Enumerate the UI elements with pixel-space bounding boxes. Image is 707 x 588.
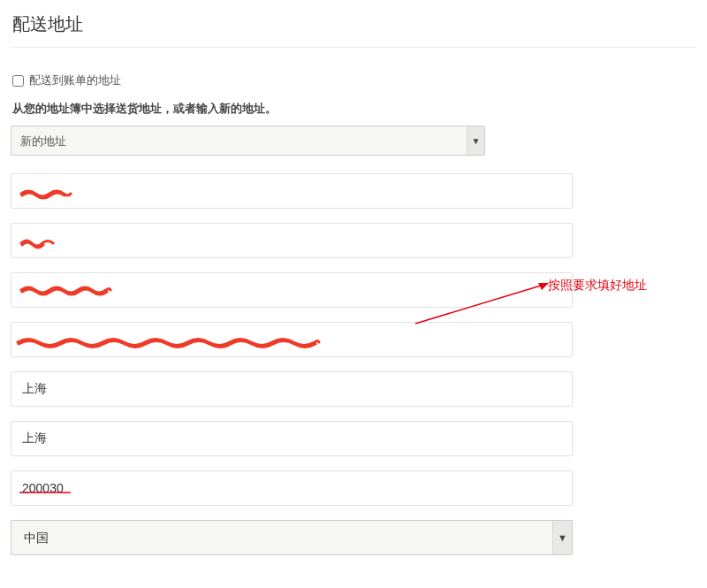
address-book-help-text: 从您的地址簿中选择送货地址，或者输入新的地址。 [11, 101, 696, 117]
street-input[interactable] [11, 322, 573, 357]
ship-to-billing-label: 配送到账单的地址 [29, 73, 121, 88]
company-input[interactable] [11, 272, 573, 308]
address-book-select[interactable]: 新的地址 [11, 126, 485, 156]
first-name-input[interactable] [11, 173, 573, 209]
last-name-input[interactable] [11, 223, 573, 258]
city-input[interactable] [11, 371, 573, 407]
ship-to-billing-checkbox[interactable] [12, 75, 24, 87]
state-input[interactable] [11, 421, 573, 456]
annotation-text: 按照要求填好地址 [548, 278, 647, 294]
page-title: 配送地址 [11, 7, 696, 47]
postal-code-input[interactable] [11, 470, 573, 506]
divider [11, 47, 696, 48]
country-select[interactable]: 中国 [11, 520, 573, 555]
